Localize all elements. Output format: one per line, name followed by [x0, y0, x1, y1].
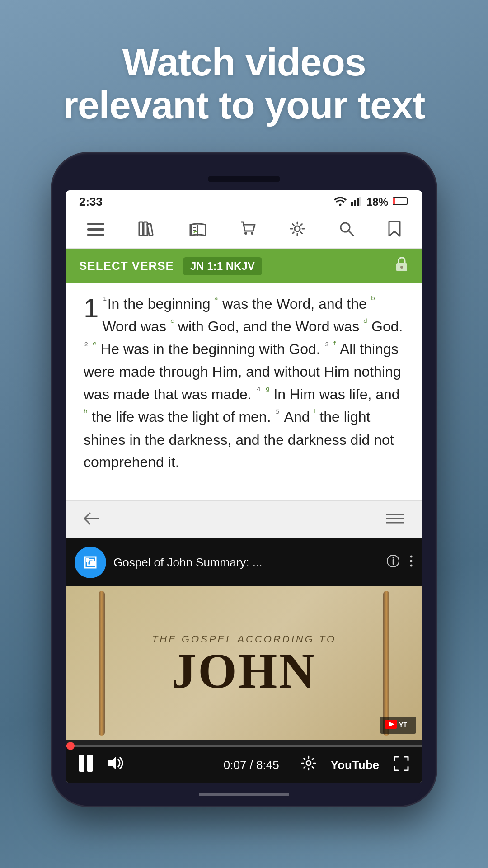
status-bar: 2:33 18% — [66, 190, 422, 213]
verse-num-3: ³ — [325, 340, 328, 351]
svg-point-32 — [410, 564, 413, 566]
menu-lines-icon[interactable] — [386, 511, 404, 528]
svg-point-0 — [339, 203, 341, 206]
video-current-time: 0:07 — [224, 758, 247, 772]
nav-settings-icon[interactable] — [290, 221, 305, 241]
video-more-icon[interactable] — [409, 554, 413, 571]
svg-rect-25 — [86, 558, 89, 562]
progress-dot — [66, 742, 75, 750]
verse-num-2: ² — [84, 340, 88, 351]
fullscreen-icon[interactable] — [394, 756, 409, 775]
verse-ref-i: ⁱ — [314, 408, 315, 419]
wifi-icon — [334, 196, 347, 208]
nav-search-icon[interactable] — [339, 221, 354, 241]
battery-text: 18% — [366, 196, 388, 208]
progress-track — [66, 745, 422, 747]
verse-reference-badge[interactable]: JN 1:1 NKJV — [183, 257, 262, 275]
nav-reading-icon[interactable] — [189, 222, 206, 241]
svg-rect-10 — [87, 234, 104, 236]
svg-rect-1 — [351, 202, 353, 206]
youtube-badge: YT — [380, 717, 416, 734]
video-total-time: 8:45 — [256, 758, 279, 772]
headline-line1: Watch videos — [122, 40, 366, 84]
select-verse-bar[interactable]: SELECT VERSE JN 1:1 NKJV — [66, 249, 422, 283]
verse-number-large: 1 — [84, 295, 99, 322]
signal-icon — [351, 196, 362, 208]
svg-point-15 — [251, 232, 253, 235]
svg-rect-8 — [87, 223, 104, 225]
video-title: Gospel of John Summary: ... — [113, 556, 379, 570]
svg-rect-6 — [407, 199, 408, 203]
status-time: 2:33 — [79, 195, 103, 209]
verse-ref-e: ᵉ — [93, 340, 97, 351]
gospel-title-text: JOHN — [171, 649, 317, 693]
svg-rect-13 — [147, 224, 153, 236]
select-verse-label: SELECT VERSE — [79, 259, 174, 273]
page-wrapper: Watch videos relevant to your text 2:33 — [0, 0, 488, 868]
svg-rect-36 — [79, 755, 84, 772]
lock-icon — [394, 257, 409, 275]
svg-point-31 — [410, 560, 413, 562]
verse-ref-d: ᵈ — [363, 317, 367, 328]
svg-rect-4 — [359, 197, 361, 206]
video-progress-bar[interactable] — [66, 740, 422, 747]
svg-rect-26 — [90, 561, 95, 566]
volume-icon[interactable] — [106, 755, 123, 775]
verse-ref-b: ᵇ — [371, 294, 375, 306]
verse-text-content: ¹In the beginning ᵃ was the Word, and th… — [84, 296, 403, 470]
status-icons: 18% — [334, 195, 409, 209]
svg-point-29 — [393, 557, 394, 558]
verse-ref-c: ᶜ — [170, 317, 174, 328]
verse-ref-h: ʰ — [84, 408, 88, 419]
time-separator: / — [250, 758, 256, 772]
svg-point-16 — [295, 226, 300, 231]
verse-num-5: ⁵ — [276, 408, 280, 419]
svg-rect-7 — [393, 198, 395, 204]
headline-line2: relevant to your text — [63, 83, 425, 127]
scroll-decoration-left — [79, 586, 124, 740]
svg-line-18 — [348, 231, 353, 236]
svg-rect-2 — [354, 200, 356, 206]
play-pause-icon[interactable] — [79, 755, 95, 776]
nav-library-icon[interactable] — [138, 221, 155, 241]
svg-point-20 — [400, 266, 403, 269]
svg-rect-3 — [357, 198, 359, 206]
home-indicator — [199, 793, 289, 796]
video-thumbnail[interactable]: THE GOSPEL ACCORDING TO JOHN YT — [66, 586, 422, 740]
phone-shell: 2:33 18% — [52, 153, 436, 806]
nav-menu-icon[interactable] — [87, 222, 104, 241]
gospel-title-area: THE GOSPEL ACCORDING TO JOHN — [152, 633, 336, 693]
settings-icon[interactable] — [301, 755, 316, 775]
verse-ref-f: ᶠ — [333, 340, 337, 351]
verse-num-4: ⁴ — [257, 385, 261, 396]
video-channel-avatar — [75, 547, 106, 578]
phone-speaker — [208, 176, 280, 182]
svg-marker-38 — [108, 756, 116, 770]
svg-point-14 — [244, 232, 247, 235]
video-info-icon[interactable] — [386, 554, 400, 571]
app-navigation — [66, 213, 422, 249]
gospel-art: THE GOSPEL ACCORDING TO JOHN YT — [66, 586, 422, 740]
phone-mockup: 2:33 18% — [52, 153, 436, 806]
svg-rect-37 — [87, 755, 93, 772]
video-section: Gospel of John Summary: ... — [66, 538, 422, 783]
video-top-bar: Gospel of John Summary: ... — [66, 538, 422, 586]
nav-bookmark-icon[interactable] — [388, 221, 401, 241]
svg-point-39 — [306, 761, 311, 765]
video-time: 0:07 / 8:45 — [224, 758, 279, 772]
video-top-icons — [386, 554, 413, 571]
video-controls: 0:07 / 8:45 YouTube — [66, 747, 422, 783]
verse-ref-a: ᵃ — [214, 294, 218, 306]
bible-text-area: 1 ¹In the beginning ᵃ was the Word, and … — [66, 283, 422, 500]
back-arrow-icon[interactable] — [84, 511, 99, 528]
svg-text:YT: YT — [399, 721, 407, 728]
phone-screen: 2:33 18% — [66, 190, 422, 783]
verse-ref-l: ˡ — [398, 430, 400, 442]
bible-bottom-nav — [66, 500, 422, 538]
nav-cart-icon[interactable] — [240, 221, 256, 241]
headline: Watch videos relevant to your text — [36, 41, 452, 126]
phone-bottom — [66, 783, 422, 806]
svg-rect-9 — [87, 228, 104, 231]
svg-point-30 — [410, 555, 413, 557]
verse-ref-g: ᵍ — [266, 385, 270, 396]
